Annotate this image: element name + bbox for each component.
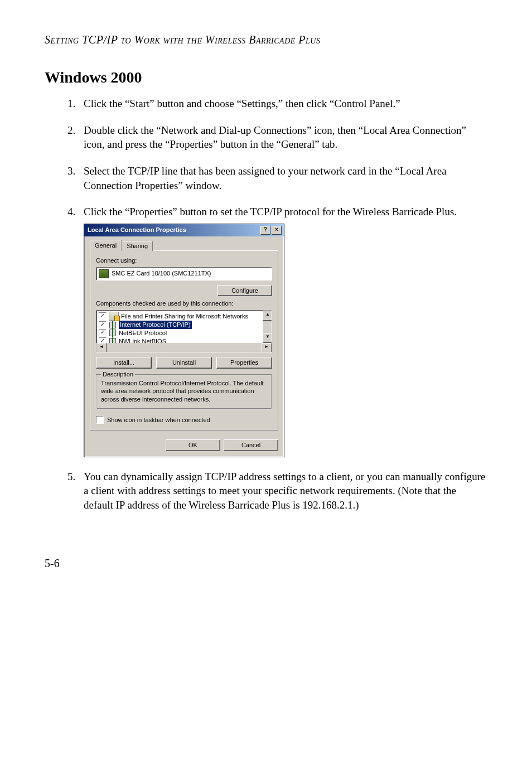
scroll-down-icon[interactable]: ▼ [263,333,272,343]
section-title: Windows 2000 [45,69,487,86]
step-1: Click the “Start” button and choose “Set… [78,96,487,111]
components-listbox[interactable]: ✓ File and Printer Sharing for Microsoft… [96,310,272,352]
checkbox-icon[interactable]: ✓ [99,321,107,329]
tab-general[interactable]: General [90,240,122,251]
ok-button[interactable]: OK [166,439,220,451]
list-item-tcpip[interactable]: ✓ Internet Protocol (TCP/IP) [98,321,262,329]
scroll-right-icon[interactable]: ► [262,343,272,352]
step-2: Double click the “Network and Dial-up Co… [78,123,487,152]
protocol-icon [109,321,117,329]
checkbox-icon[interactable]: ✓ [99,329,107,337]
list-item-netbeui[interactable]: ✓ NetBEUI Protocol [98,329,262,337]
uninstall-button[interactable]: Uninstall [156,357,212,369]
checkbox-icon[interactable] [96,416,104,424]
tab-panel-general: Connect using: SMC EZ Card 10/100 (SMC12… [90,250,278,430]
scroll-up-icon[interactable]: ▲ [263,311,272,321]
configure-button[interactable]: Configure [217,285,272,297]
list-item-label: File and Printer Sharing for Microsoft N… [121,312,248,321]
steps-list: Click the “Start” button and choose “Set… [78,96,487,512]
checkbox-icon[interactable]: ✓ [99,312,107,320]
help-button[interactable]: ? [260,226,270,235]
description-text: Transmission Control Protocol/Internet P… [101,379,267,403]
show-icon-row[interactable]: Show icon in taskbar when connected [96,416,272,424]
dialog-title: Local Area Connection Properties [88,226,186,234]
properties-button[interactable]: Properties [216,357,272,369]
description-groupbox: Description Transmission Control Protoco… [96,374,272,409]
running-header: Setting TCP/IP to Work with the Wireless… [45,33,487,46]
list-item-label: Internet Protocol (TCP/IP) [119,321,192,329]
protocol-icon [109,329,117,337]
dialog-titlebar[interactable]: Local Area Connection Properties ? × [84,224,284,236]
show-icon-label: Show icon in taskbar when connected [107,416,210,424]
adapter-field: SMC EZ Card 10/100 (SMC1211TX) [96,267,272,280]
local-area-connection-dialog: Local Area Connection Properties ? × Gen… [84,224,284,457]
step-5: You can dynamically assign TCP/IP addres… [78,470,487,512]
list-item-label: NetBEUI Protocol [119,329,167,337]
list-item-file-printer[interactable]: ✓ File and Printer Sharing for Microsoft… [98,312,262,321]
step-3: Select the TCP/IP line that has been ass… [78,164,487,192]
file-printer-icon [109,312,119,321]
scroll-left-icon[interactable]: ◄ [96,343,107,352]
nic-icon [99,269,109,278]
tab-strip: General Sharing [90,240,278,251]
install-button[interactable]: Install... [96,357,152,369]
close-button[interactable]: × [272,226,282,235]
components-label: Components checked are used by this conn… [96,299,272,308]
adapter-name: SMC EZ Card 10/100 (SMC1211TX) [112,269,211,278]
connect-using-label: Connect using: [96,257,272,265]
step-4: Click the “Properties” button to set the… [78,205,487,457]
step-4-text: Click the “Properties” button to set the… [84,206,457,217]
tab-sharing[interactable]: Sharing [122,241,153,251]
description-label: Description [101,370,135,379]
page-number: 5-6 [45,557,487,570]
horizontal-scrollbar[interactable]: ◄ ► [96,343,272,352]
cancel-button[interactable]: Cancel [224,439,278,451]
vertical-scrollbar[interactable]: ▲ ▼ [263,311,272,343]
